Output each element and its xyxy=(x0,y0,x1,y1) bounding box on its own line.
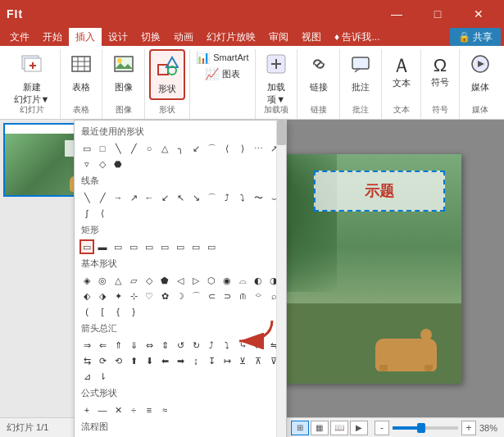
shape-item[interactable]: ⌒ xyxy=(188,289,203,303)
menu-slideshow[interactable]: 幻灯片放映 xyxy=(200,28,262,46)
shape-item[interactable]: ↻ xyxy=(188,338,203,353)
shape-item[interactable]: } xyxy=(126,304,141,319)
shape-item[interactable]: ⬇ xyxy=(142,353,157,368)
shape-item[interactable]: ◈ xyxy=(79,273,94,288)
shape-item[interactable]: ◎ xyxy=(95,273,110,288)
menu-file[interactable]: 文件 xyxy=(3,28,36,46)
shape-item[interactable]: ⬣ xyxy=(111,157,125,171)
shape-item[interactable]: ↘ xyxy=(188,190,203,205)
slideshow-btn[interactable]: ▶ xyxy=(350,421,368,435)
shape-item[interactable]: ⊃ xyxy=(220,289,234,303)
maximize-button[interactable]: □ xyxy=(419,0,456,28)
shape-item[interactable]: ╱ xyxy=(95,190,110,205)
shape-item[interactable]: ╲ xyxy=(111,141,125,156)
shape-item[interactable]: △ xyxy=(157,141,172,156)
shape-item[interactable]: ∫ xyxy=(79,206,94,221)
shape-item[interactable]: ⊿ xyxy=(79,369,94,384)
shape-item[interactable]: ⫙ xyxy=(235,289,250,303)
shape-item[interactable]: ╮ xyxy=(173,141,188,156)
menu-animation[interactable]: 动画 xyxy=(167,28,200,46)
close-button[interactable]: ✕ xyxy=(460,0,497,28)
shape-item[interactable]: ◇ xyxy=(142,273,157,288)
shape-item[interactable]: 〜 xyxy=(251,190,266,205)
shape-item[interactable]: ▭ xyxy=(173,239,188,254)
shape-item[interactable]: ☽ xyxy=(173,289,188,303)
image-button[interactable]: 图像 xyxy=(107,49,140,97)
shape-item[interactable]: ⇒ xyxy=(79,338,94,353)
shape-item[interactable]: ▭ xyxy=(111,239,125,254)
shape-item[interactable]: ⋯ xyxy=(251,141,266,156)
shape-item[interactable]: ⬆ xyxy=(126,353,141,368)
shape-item[interactable]: ↙ xyxy=(157,190,172,205)
shape-item[interactable]: ⇓ xyxy=(126,338,141,353)
shape-item-selected[interactable]: ▭ xyxy=(79,239,94,254)
zoom-plus-btn[interactable]: + xyxy=(461,421,476,435)
shape-item[interactable]: ÷ xyxy=(126,403,141,417)
menu-view[interactable]: 视图 xyxy=(295,28,328,46)
shape-item[interactable]: ≈ xyxy=(157,403,172,417)
shape-item[interactable]: ▭ xyxy=(79,141,94,156)
shape-item[interactable]: ◉ xyxy=(220,273,234,288)
shape-item[interactable]: ⟨ xyxy=(220,141,234,156)
media-button[interactable]: 媒体 xyxy=(464,49,497,97)
shape-item[interactable]: ⌔ xyxy=(251,289,266,303)
menu-review[interactable]: 审阅 xyxy=(262,28,295,46)
shape-item[interactable]: □ xyxy=(95,141,110,156)
zoom-slider[interactable] xyxy=(393,426,458,430)
shape-item[interactable]: ⊻ xyxy=(235,353,250,368)
shape-item[interactable]: ⟨ xyxy=(95,206,110,221)
shape-item[interactable]: ⤴ xyxy=(220,190,234,205)
chart-button[interactable]: 📈 图表 xyxy=(202,66,243,82)
shape-item[interactable]: ➡ xyxy=(173,353,188,368)
shape-item[interactable]: ▭ xyxy=(126,239,141,254)
shape-item[interactable]: ⬟ xyxy=(157,273,172,288)
shape-item[interactable]: ↗ xyxy=(126,190,141,205)
shape-item[interactable]: ▿ xyxy=(79,157,94,171)
shape-item[interactable]: ⟳ xyxy=(95,353,110,368)
shape-item[interactable]: ▭ xyxy=(157,239,172,254)
shape-item[interactable]: ⤵ xyxy=(235,190,250,205)
shape-item[interactable]: ▱ xyxy=(126,273,141,288)
shape-item[interactable]: ⌒ xyxy=(204,190,219,205)
shape-item[interactable]: ⌒ xyxy=(204,141,219,156)
panel-scrollbar[interactable] xyxy=(276,121,286,437)
shape-item[interactable]: △ xyxy=(111,273,125,288)
shape-item[interactable]: ⬖ xyxy=(79,289,94,303)
menu-insert[interactable]: 插入 xyxy=(69,28,102,46)
shape-item[interactable]: { xyxy=(111,304,125,319)
shape-item[interactable]: ↙ xyxy=(188,141,203,156)
shape-item[interactable]: ⟩ xyxy=(235,141,250,156)
menu-transition[interactable]: 切换 xyxy=(134,28,167,46)
shape-item[interactable]: + xyxy=(79,403,94,417)
shape-item[interactable]: ↦ xyxy=(220,353,234,368)
shape-item[interactable]: ◇ xyxy=(95,157,110,171)
shape-item[interactable]: ↧ xyxy=(204,353,219,368)
shape-item[interactable]: ▷ xyxy=(188,273,203,288)
shape-item[interactable]: ⌓ xyxy=(235,273,250,288)
shape-item[interactable]: ↨ xyxy=(188,353,203,368)
zoom-minus-btn[interactable]: - xyxy=(375,421,389,435)
shape-item[interactable]: ⊹ xyxy=(126,289,141,303)
shape-item[interactable]: ▬ xyxy=(95,239,110,254)
shape-item[interactable]: ↺ xyxy=(173,338,188,353)
symbols-button[interactable]: Ω 符号 xyxy=(426,49,454,95)
links-button[interactable]: 链接 xyxy=(302,49,335,97)
shape-item[interactable]: ⊂ xyxy=(204,289,219,303)
shape-item[interactable]: ✿ xyxy=(157,289,172,303)
shape-item[interactable]: ⬗ xyxy=(95,289,110,303)
slide-sorter-btn[interactable]: ▦ xyxy=(311,421,329,435)
shape-item[interactable]: ⇕ xyxy=(157,338,172,353)
shape-item[interactable]: ╲ xyxy=(79,190,94,205)
shape-item[interactable]: ↖ xyxy=(173,190,188,205)
shape-item[interactable]: ╱ xyxy=(126,141,141,156)
shape-item[interactable]: ♡ xyxy=(142,289,157,303)
minimize-button[interactable]: — xyxy=(378,0,415,28)
shape-item[interactable]: ← xyxy=(142,190,157,205)
shape-item[interactable]: ⇔ xyxy=(142,338,157,353)
shape-item[interactable]: ⇑ xyxy=(111,338,125,353)
reading-view-btn[interactable]: 📖 xyxy=(330,421,348,435)
shape-item[interactable]: ◁ xyxy=(173,273,188,288)
addins-button[interactable]: 加载项▼ xyxy=(260,49,293,109)
shape-item[interactable]: ⟲ xyxy=(111,353,125,368)
shape-item[interactable]: ≡ xyxy=(142,403,157,417)
